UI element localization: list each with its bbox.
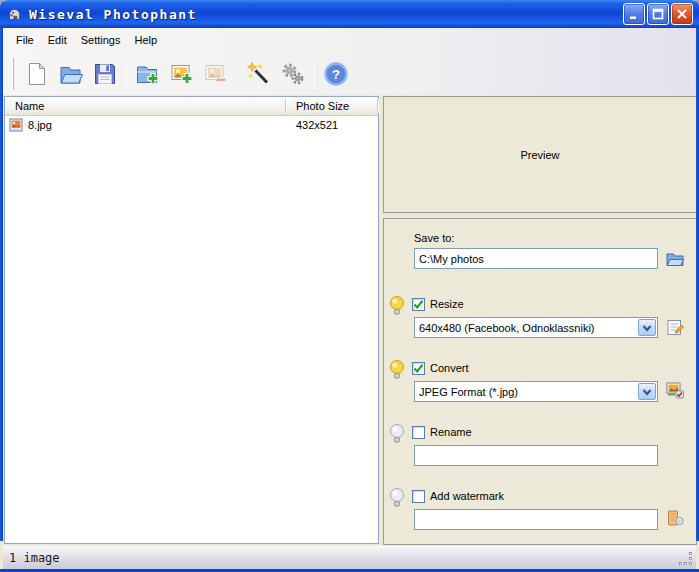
column-header-photo-size[interactable]: Photo Size [286,97,378,115]
menu-edit[interactable]: Edit [41,31,74,49]
browse-folder-button[interactable] [664,249,686,269]
maximize-button[interactable] [647,3,669,25]
convert-format-value: JPEG Format (*.jpg) [415,386,638,398]
save-icon [92,61,118,87]
convert-format-dropdown[interactable]: JPEG Format (*.jpg) [414,381,658,402]
remove-images-button [199,57,233,91]
toolbar-separator [237,59,238,89]
open-folder-icon [58,61,84,87]
add-folder-icon [135,61,161,87]
chrome-area: File Edit Settings Help [3,28,696,95]
wizard-button[interactable] [242,57,276,91]
app-window: Wiseval Photophant File Edit Settings He… [0,0,699,572]
convert-settings-button[interactable] [664,380,686,400]
menu-help[interactable]: Help [127,31,164,49]
open-folder-button[interactable] [54,57,88,91]
toolbar-separator [314,59,315,89]
new-document-button[interactable] [20,57,54,91]
status-text: 1 image [3,551,60,565]
menu-file[interactable]: File [9,31,41,49]
convert-checkbox[interactable] [412,362,425,375]
bulb-off-icon [389,423,405,445]
help-button[interactable]: ? [319,57,353,91]
resize-grip[interactable] [679,552,694,567]
watermark-label: Add watermark [430,490,504,502]
elephant-app-icon [7,6,24,23]
chevron-down-icon [638,319,656,336]
chevron-down-icon [638,383,656,400]
toolbar-grip[interactable] [11,58,14,90]
content-area: Name Photo Size [3,95,696,546]
minimize-button[interactable] [623,3,645,25]
table-row[interactable]: 8.jpg 432x521 [5,116,378,134]
toolbar: ? [3,52,696,95]
rename-pattern-input[interactable] [414,445,658,466]
resize-checkbox[interactable] [412,298,425,311]
column-header-name[interactable]: Name [5,97,286,115]
image-file-icon [9,118,24,132]
bulb-off-icon [389,487,405,509]
resize-preset-dropdown[interactable]: 640x480 (Facebook, Odnoklassniki) [414,317,658,338]
edit-presets-button[interactable] [664,317,686,337]
image-settings-icon [665,380,685,400]
add-folder-button[interactable] [131,57,165,91]
watermark-checkbox[interactable] [412,490,425,503]
save-to-label: Save to: [414,232,454,244]
folder-icon [665,251,685,267]
toolbar-separator [126,59,127,89]
watermark-options-button[interactable] [664,508,686,528]
bulb-on-icon [389,295,405,317]
settings-button[interactable] [276,57,310,91]
window-title: Wiseval Photophant [29,7,197,22]
rename-checkbox[interactable] [412,426,425,439]
preview-panel: Preview [383,96,697,213]
wizard-wand-icon [246,61,272,87]
rename-label: Rename [430,426,472,438]
window-frame-left [0,0,3,541]
menu-settings[interactable]: Settings [74,31,128,49]
new-document-icon [24,61,50,87]
add-images-icon [169,61,195,87]
remove-images-icon [203,61,229,87]
watermark-text-input[interactable] [414,509,658,530]
watermark-stamp-icon [666,508,685,528]
file-name: 8.jpg [28,119,52,131]
file-list: Name Photo Size [4,96,379,544]
menubar: File Edit Settings Help [3,28,696,52]
bulb-on-icon [389,359,405,381]
edit-pencil-icon [666,318,685,337]
save-button[interactable] [88,57,122,91]
resize-label: Resize [430,298,464,310]
settings-gears-icon [280,61,306,87]
preview-label: Preview [520,149,559,161]
options-panel: Save to: Resize 640x48 [383,218,697,545]
status-bar: 1 image [3,546,696,569]
file-list-body: 8.jpg 432x521 [5,116,378,543]
convert-label: Convert [430,362,469,374]
file-list-header: Name Photo Size [5,97,378,116]
file-photo-size: 432x521 [286,119,378,131]
save-to-input[interactable] [414,248,658,269]
add-images-button[interactable] [165,57,199,91]
help-icon: ? [323,61,349,87]
titlebar: Wiseval Photophant [0,0,699,28]
svg-text:?: ? [332,66,340,81]
close-button[interactable] [671,3,693,25]
resize-preset-value: 640x480 (Facebook, Odnoklassniki) [415,322,638,334]
